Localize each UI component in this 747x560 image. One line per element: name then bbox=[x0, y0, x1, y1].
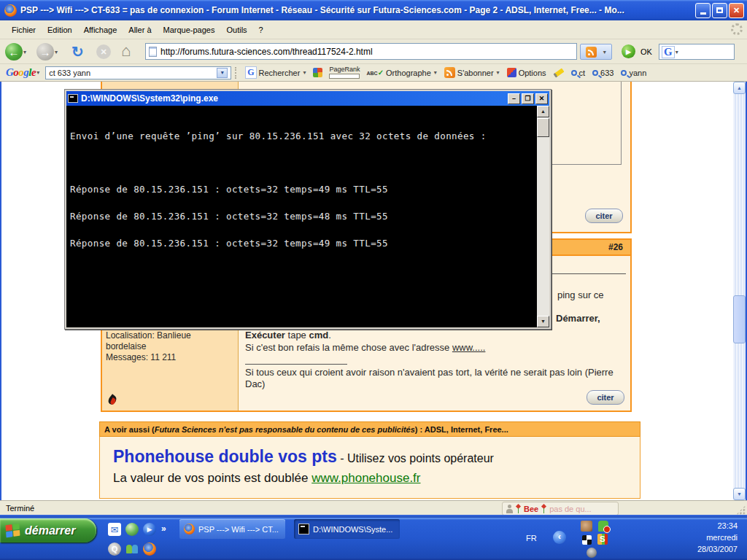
extension-status-widget[interactable]: Bee pas de qu... bbox=[502, 502, 619, 516]
go-button[interactable]: ▶ bbox=[622, 44, 635, 58]
console-scrollbar-thumb[interactable] bbox=[537, 118, 549, 137]
console-scrollbar[interactable]: ▲ ▼ bbox=[537, 106, 549, 327]
tray-collapse-icon[interactable]: ‹ bbox=[553, 531, 566, 544]
console-scroll-up-button[interactable]: ▲ bbox=[537, 106, 549, 117]
forward-icon: → bbox=[36, 43, 54, 61]
taskbar-button-firefox[interactable]: PSP ---> Wifi ---> CT... bbox=[179, 519, 285, 539]
console-minimize-button[interactable]: – bbox=[508, 93, 520, 104]
term-button-ct[interactable]: ct bbox=[568, 67, 589, 79]
resize-grip[interactable] bbox=[736, 505, 746, 515]
subscribe-button[interactable]: S'abonner ▾ bbox=[441, 67, 503, 78]
reload-button[interactable]: ↻ bbox=[71, 43, 84, 61]
firefox-icon bbox=[184, 524, 195, 534]
minimize-button[interactable] bbox=[695, 3, 711, 18]
browser-titlebar[interactable]: PSP ---> Wifi ---> CT-633 = pas de conne… bbox=[0, 0, 747, 20]
quicklaunch-mail-icon[interactable]: ✉ bbox=[108, 523, 121, 536]
highlight-button[interactable] bbox=[550, 71, 568, 75]
ad-link[interactable]: www.phonehouse.fr bbox=[311, 471, 420, 485]
term-button-633[interactable]: 633 bbox=[589, 67, 617, 79]
page-scrollbar[interactable]: ▲ ▼ bbox=[733, 82, 746, 500]
console-line: Envoi d’une requête ’ping’ sur 80.15.236… bbox=[70, 132, 533, 141]
tray-emule-icon[interactable] bbox=[581, 521, 592, 532]
url-bar[interactable]: http://forums.futura-sciences.com/thread… bbox=[145, 43, 577, 60]
window-title: PSP ---> Wifi ---> CT-633 = pas de conne… bbox=[20, 5, 694, 15]
search-history-dropdown-icon[interactable]: ▾ bbox=[217, 68, 228, 78]
google-logo-dropdown-icon[interactable]: ▾ bbox=[36, 69, 39, 76]
throbber-icon bbox=[731, 23, 743, 35]
tray-styler-icon[interactable]: S bbox=[597, 534, 608, 545]
taskbar-button-console[interactable]: D:\WINDOWS\Syste... bbox=[294, 519, 400, 539]
pagerank-indicator[interactable]: PageRank bbox=[326, 66, 363, 79]
menu-edition[interactable]: Edition bbox=[42, 23, 78, 36]
home-button[interactable]: ⌂ bbox=[121, 42, 131, 61]
console-output-area[interactable]: Envoi d’une requête ’ping’ sur 80.15.236… bbox=[66, 106, 549, 327]
start-button[interactable]: démarrer bbox=[0, 518, 96, 542]
quote-button[interactable]: citer bbox=[587, 390, 624, 405]
ad-title-link[interactable]: Phonehouse double vos pts bbox=[113, 447, 337, 466]
forward-dropdown-icon[interactable]: ▾ bbox=[55, 49, 58, 55]
scroll-down-button[interactable]: ▼ bbox=[733, 488, 746, 500]
menu-outils[interactable]: Outils bbox=[220, 23, 252, 36]
spellcheck-dropdown-icon[interactable]: ▾ bbox=[434, 69, 437, 76]
stop-button[interactable]: ✕ bbox=[96, 44, 111, 59]
console-output-text: Envoi d’une requête ’ping’ sur 80.15.236… bbox=[70, 114, 533, 266]
maximize-button[interactable] bbox=[712, 3, 727, 18]
console-close-button[interactable]: ✕ bbox=[535, 93, 548, 104]
toolbar-search-input[interactable]: ct 633 yann ▾ bbox=[45, 66, 231, 79]
quicklaunch-firefox-icon[interactable] bbox=[143, 542, 156, 556]
language-indicator[interactable]: FR bbox=[526, 534, 537, 542]
console-maximize-button[interactable]: ❐ bbox=[522, 93, 534, 104]
back-button[interactable]: ← ▾ bbox=[5, 43, 26, 61]
widget-muted-text: pas de qu... bbox=[549, 505, 592, 513]
spellcheck-button[interactable]: ABC✓ Orthographe ▾ bbox=[363, 69, 440, 77]
share-button[interactable] bbox=[309, 68, 326, 77]
quicklaunch-quicktime-icon[interactable]: Q bbox=[108, 542, 121, 556]
menu-fichier[interactable]: Fichier bbox=[6, 23, 42, 36]
menu-marque-pages[interactable]: Marque-pages bbox=[158, 23, 221, 36]
menu-bar: Fichier Edition Affichage Aller à Marque… bbox=[0, 20, 747, 39]
options-icon bbox=[507, 68, 516, 77]
post-text-fragment-bold: Démarrer, bbox=[556, 313, 600, 324]
tray-misc-icon[interactable] bbox=[587, 548, 597, 558]
magnifier-icon bbox=[571, 70, 577, 76]
subscribe-rss-icon bbox=[444, 67, 455, 78]
command-prompt-icon bbox=[298, 524, 309, 534]
tray-messenger-status-icon[interactable] bbox=[598, 521, 608, 532]
back-dropdown-icon[interactable]: ▾ bbox=[23, 49, 26, 55]
menu-affichage[interactable]: Affichage bbox=[78, 23, 123, 36]
google-logo[interactable]: Google bbox=[6, 66, 36, 79]
url-text[interactable]: http://forums.futura-sciences.com/thread… bbox=[160, 47, 373, 57]
search-dropdown-icon[interactable]: ▾ bbox=[303, 69, 306, 76]
rss-subscribe-control[interactable]: ▾ bbox=[580, 44, 612, 60]
console-titlebar[interactable]: D:\WINDOWS\System32\ping.exe – ❐ ✕ bbox=[66, 91, 549, 106]
tray-clock[interactable]: 23:34 mercredi 28/03/2007 bbox=[679, 520, 738, 555]
term-button-yann[interactable]: yann bbox=[617, 67, 650, 79]
quicklaunch-globe-icon[interactable] bbox=[125, 523, 139, 536]
taskbar-button-label: D:\WINDOWS\Syste... bbox=[313, 525, 392, 534]
menu-aide[interactable]: ? bbox=[253, 23, 269, 36]
quote-button[interactable]: citer bbox=[585, 209, 623, 223]
rss-dropdown-icon[interactable]: ▾ bbox=[603, 49, 606, 55]
search-button[interactable]: G Rechercher ▾ bbox=[241, 66, 309, 79]
post-line-executer: Exécuter tape cmd. bbox=[245, 330, 331, 341]
google-search-dropdown-icon[interactable]: ▾ bbox=[676, 49, 678, 55]
signature-separator bbox=[245, 364, 347, 365]
magnifier-icon bbox=[621, 70, 627, 76]
scroll-up-button[interactable]: ▲ bbox=[733, 82, 746, 94]
console-scroll-down-button[interactable]: ▼ bbox=[537, 316, 549, 327]
menu-aller-a[interactable]: Aller à bbox=[123, 23, 157, 36]
quicklaunch-media-player-icon[interactable]: ▶ bbox=[143, 523, 156, 536]
forward-button[interactable]: → ▾ bbox=[36, 43, 58, 61]
options-button[interactable]: Options bbox=[503, 68, 550, 77]
www-link[interactable]: www..... bbox=[452, 342, 486, 353]
scrollbar-thumb[interactable] bbox=[733, 295, 746, 343]
status-bar: Terminé Bee pas de qu... bbox=[0, 500, 747, 516]
subscribe-dropdown-icon[interactable]: ▾ bbox=[497, 69, 500, 76]
quicklaunch-overflow-icon[interactable]: » bbox=[161, 524, 166, 534]
google-search-box[interactable]: G ▾ bbox=[659, 44, 735, 60]
user-message-count: Messages: 11 211 bbox=[106, 352, 231, 363]
close-button[interactable]: ✕ bbox=[729, 3, 744, 18]
quicklaunch-messenger-icon[interactable] bbox=[125, 542, 139, 556]
tray-checker-icon[interactable] bbox=[582, 535, 592, 545]
toolbar-search-value[interactable]: ct 633 yann bbox=[49, 69, 90, 77]
